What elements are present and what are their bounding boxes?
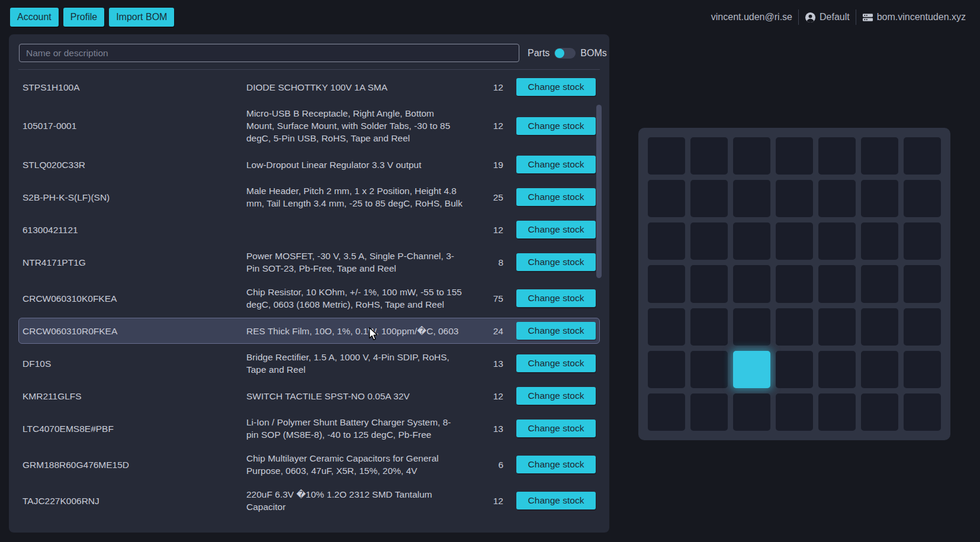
part-row[interactable]: S2B-PH-K-S(LF)(SN) Male Header, Pitch 2 … bbox=[18, 180, 600, 214]
part-quantity: 25 bbox=[471, 191, 516, 204]
stock-cell[interactable] bbox=[690, 137, 728, 175]
stock-cell[interactable] bbox=[776, 308, 813, 346]
profile-button[interactable]: Profile bbox=[63, 8, 104, 27]
stock-cell[interactable] bbox=[690, 265, 728, 302]
stock-cell[interactable] bbox=[648, 222, 685, 260]
stock-cell[interactable] bbox=[904, 265, 941, 302]
part-row[interactable]: CRCW060310R0FKEA RES Thick Film, 10O, 1%… bbox=[18, 318, 600, 344]
stock-cell[interactable] bbox=[818, 308, 856, 346]
stock-cell[interactable] bbox=[861, 222, 898, 260]
part-number: NTR4171PT1G bbox=[23, 256, 246, 269]
server-icon bbox=[862, 12, 873, 23]
change-stock-button[interactable]: Change stock bbox=[516, 492, 596, 509]
part-row[interactable]: KMR211GLFS SWITCH TACTILE SPST-NO 0.05A … bbox=[18, 383, 600, 409]
account-info: vincent.uden@ri.se Default bbox=[711, 9, 966, 25]
stock-cell[interactable] bbox=[776, 222, 813, 260]
stock-cell[interactable] bbox=[904, 308, 941, 346]
toggle-label-boms[interactable]: BOMs bbox=[580, 48, 606, 59]
part-row[interactable]: DF10S Bridge Rectifier, 1.5 A, 1000 V, 4… bbox=[18, 347, 600, 380]
stock-cell[interactable] bbox=[690, 180, 728, 217]
stock-cell[interactable] bbox=[818, 180, 856, 217]
stock-cell[interactable] bbox=[818, 393, 856, 431]
change-stock-button[interactable]: Change stock bbox=[516, 456, 596, 473]
stock-cell[interactable] bbox=[648, 137, 685, 175]
stock-cell[interactable] bbox=[733, 393, 770, 431]
stock-cell[interactable] bbox=[733, 222, 770, 260]
stock-cell[interactable] bbox=[648, 180, 685, 217]
stock-cell[interactable] bbox=[904, 393, 941, 431]
part-row[interactable]: NTR4171PT1G Power MOSFET, -30 V, 3.5 A, … bbox=[18, 246, 600, 279]
stock-cell[interactable] bbox=[904, 351, 941, 388]
scrollbar[interactable] bbox=[596, 105, 602, 278]
part-description: Micro-USB B Receptacle, Right Angle, Bot… bbox=[246, 107, 471, 144]
stock-cell[interactable] bbox=[776, 265, 813, 302]
part-description: Chip Multilayer Ceramic Capacitors for G… bbox=[246, 452, 471, 477]
account-button[interactable]: Account bbox=[10, 8, 59, 27]
stock-cell[interactable] bbox=[818, 265, 856, 302]
stock-cell[interactable] bbox=[690, 308, 728, 346]
part-quantity: 12 bbox=[471, 224, 516, 236]
change-stock-button[interactable]: Change stock bbox=[516, 289, 596, 307]
part-quantity: 12 bbox=[471, 81, 516, 93]
stock-cell[interactable] bbox=[776, 393, 813, 431]
stock-cell[interactable] bbox=[904, 180, 941, 217]
stock-cell[interactable] bbox=[861, 180, 898, 217]
stock-cell[interactable] bbox=[690, 222, 728, 260]
part-quantity: 75 bbox=[471, 292, 516, 305]
change-stock-button[interactable]: Change stock bbox=[516, 78, 596, 96]
stock-cell[interactable] bbox=[861, 308, 898, 346]
stock-cell[interactable] bbox=[776, 351, 813, 388]
stock-cell[interactable] bbox=[776, 137, 813, 175]
host-selector[interactable]: bom.vincentuden.xyz bbox=[862, 12, 966, 23]
stock-cell[interactable] bbox=[648, 393, 685, 431]
stock-cell[interactable] bbox=[818, 222, 856, 260]
stock-cell[interactable] bbox=[818, 351, 856, 388]
part-number: DF10S bbox=[23, 357, 246, 370]
part-row[interactable]: STLQ020C33R Low-Dropout Linear Regulator… bbox=[18, 151, 600, 178]
toggle-label-parts[interactable]: Parts bbox=[528, 48, 550, 59]
part-row[interactable]: CRCW060310K0FKEA Chip Resistor, 10 KOhm,… bbox=[18, 282, 600, 315]
stock-cell[interactable] bbox=[861, 393, 898, 431]
user-circle-icon bbox=[805, 12, 816, 23]
parts-boms-toggle[interactable] bbox=[554, 48, 576, 59]
stock-cell[interactable] bbox=[904, 137, 941, 175]
stock-cell[interactable] bbox=[733, 137, 770, 175]
part-row[interactable]: STPS1H100A DIODE SCHOTTKY 100V 1A SMA 12… bbox=[18, 74, 600, 100]
change-stock-button[interactable]: Change stock bbox=[516, 156, 596, 173]
part-description: Power MOSFET, -30 V, 3.5 A, Single P-Cha… bbox=[246, 250, 471, 275]
host-name: bom.vincentuden.xyz bbox=[877, 12, 966, 22]
stock-cell[interactable] bbox=[733, 180, 770, 217]
part-description: Male Header, Pitch 2 mm, 1 x 2 Position,… bbox=[246, 185, 471, 209]
search-input[interactable] bbox=[19, 44, 519, 62]
stock-cell[interactable] bbox=[776, 180, 813, 217]
part-row[interactable]: 61300421121 12 Change stock bbox=[18, 217, 600, 243]
stock-cell[interactable] bbox=[690, 393, 728, 431]
import-bom-button[interactable]: Import BOM bbox=[109, 8, 174, 27]
stock-cell-active[interactable] bbox=[733, 351, 770, 388]
stock-cell[interactable] bbox=[861, 265, 898, 302]
part-row[interactable]: GRM188R60G476ME15D Chip Multilayer Ceram… bbox=[18, 448, 600, 481]
change-stock-button[interactable]: Change stock bbox=[516, 322, 596, 340]
part-row[interactable]: LTC4070EMS8E#PBF Li-Ion / Polymer Shunt … bbox=[18, 412, 600, 445]
stock-cell[interactable] bbox=[733, 308, 770, 346]
change-stock-button[interactable]: Change stock bbox=[516, 188, 596, 206]
change-stock-button[interactable]: Change stock bbox=[516, 117, 596, 135]
change-stock-button[interactable]: Change stock bbox=[516, 354, 596, 372]
change-stock-button[interactable]: Change stock bbox=[516, 387, 596, 405]
part-row[interactable]: TAJC227K006RNJ 220uF 6.3V �10% 1.2O 2312… bbox=[18, 484, 600, 517]
stock-cell[interactable] bbox=[904, 222, 941, 260]
stock-cell[interactable] bbox=[648, 308, 685, 346]
stock-cell[interactable] bbox=[733, 265, 770, 302]
stock-cell[interactable] bbox=[648, 351, 685, 388]
change-stock-button[interactable]: Change stock bbox=[516, 420, 596, 437]
change-stock-button[interactable]: Change stock bbox=[516, 253, 596, 271]
stock-cell[interactable] bbox=[690, 351, 728, 388]
stock-cell[interactable] bbox=[861, 137, 898, 175]
stock-cell[interactable] bbox=[861, 351, 898, 388]
change-stock-button[interactable]: Change stock bbox=[516, 221, 596, 238]
toggle-knob bbox=[555, 49, 564, 58]
part-row[interactable]: 105017-0001 Micro-USB B Receptacle, Righ… bbox=[18, 103, 600, 149]
profile-selector[interactable]: Default bbox=[805, 12, 850, 23]
stock-cell[interactable] bbox=[648, 265, 685, 302]
stock-cell[interactable] bbox=[818, 137, 856, 175]
